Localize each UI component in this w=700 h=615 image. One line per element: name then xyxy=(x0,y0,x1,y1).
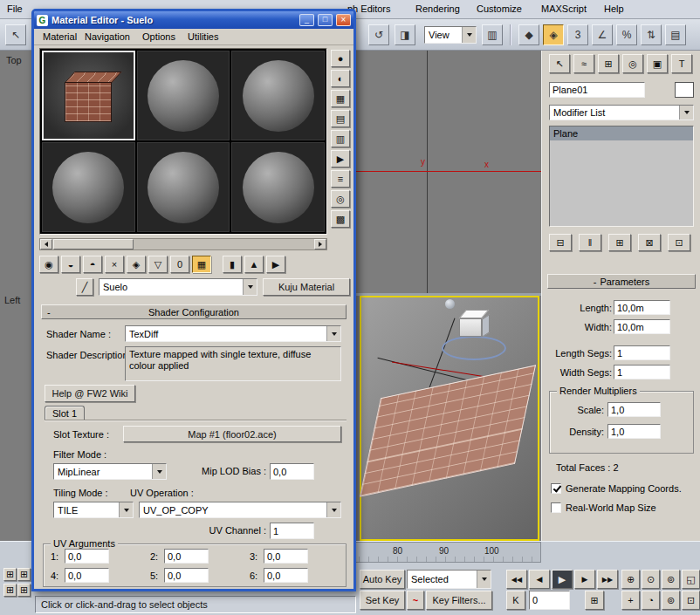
uv-arg-value[interactable]: 0,0 xyxy=(264,568,308,583)
object-color-swatch[interactable] xyxy=(675,82,694,98)
scroll-right-icon[interactable] xyxy=(314,239,326,249)
assign-material-icon[interactable]: ◓ xyxy=(83,256,102,273)
close-icon[interactable]: × xyxy=(336,14,351,26)
next-frame-icon[interactable]: ▶ xyxy=(574,570,595,589)
select-by-material-icon[interactable]: ◎ xyxy=(331,190,350,208)
uv-arg-spinner[interactable]: 0,0 xyxy=(65,568,120,583)
zoom-extents-all-icon[interactable]: ⊚ xyxy=(662,591,680,610)
menu-options[interactable]: Options xyxy=(142,31,175,42)
chevron-down-icon[interactable] xyxy=(326,502,340,517)
select-object-icon[interactable]: ↖ xyxy=(5,24,26,45)
tab-create[interactable]: ↖ xyxy=(549,54,570,73)
dock-left-icon[interactable]: ⊞ xyxy=(3,568,17,581)
viewport-label-top[interactable]: Top xyxy=(6,55,22,65)
real-world-checkbox[interactable] xyxy=(551,502,561,513)
menu-navigation[interactable]: Navigation xyxy=(85,31,130,42)
tab-modify[interactable]: ≈ xyxy=(573,54,594,73)
chevron-down-icon[interactable] xyxy=(462,27,476,43)
go-to-parent-icon[interactable]: ▲ xyxy=(244,256,264,273)
modifier-stack[interactable]: Plane xyxy=(549,126,694,227)
uv-arg-value[interactable]: 0,0 xyxy=(65,568,109,583)
reference-coordinate-dropdown[interactable]: View xyxy=(424,26,477,44)
backlight-icon[interactable]: ◐ xyxy=(331,70,350,87)
menu-utilities[interactable]: Utilities xyxy=(188,31,218,42)
go-to-start-icon[interactable]: ◀◀ xyxy=(506,570,527,589)
material-effects-icon[interactable]: 0 xyxy=(170,256,189,273)
spinner-snap-icon[interactable]: ⇅ xyxy=(641,24,662,45)
length-value[interactable]: 10,0m xyxy=(614,300,670,315)
width-spinner[interactable]: 10,0m xyxy=(614,319,682,334)
pick-material-icon[interactable]: ╱ xyxy=(76,278,93,296)
chevron-down-icon[interactable] xyxy=(119,502,133,517)
options-icon[interactable]: ≡ xyxy=(331,170,350,188)
uv-arg-spinner[interactable]: 0,0 xyxy=(264,568,319,583)
tab-hierarchy[interactable]: ⊞ xyxy=(598,54,619,73)
named-selection-icon[interactable]: ▤ xyxy=(665,24,686,45)
parameters-rollout-header[interactable]: - Parameters xyxy=(547,274,696,289)
set-key-button[interactable]: Set Key xyxy=(360,591,405,610)
menu-rendering[interactable]: Rendering xyxy=(415,3,460,14)
sample-slot[interactable] xyxy=(231,51,325,140)
zoom-region-icon[interactable]: ◱ xyxy=(682,570,700,589)
display-icon[interactable]: ▥ xyxy=(482,24,503,45)
length-spinner[interactable]: 10,0m xyxy=(614,300,682,315)
menu-material[interactable]: Material xyxy=(43,31,77,42)
scale-value[interactable]: 1,0 xyxy=(607,402,661,417)
zoom-all-icon[interactable]: ⊙ xyxy=(642,570,660,589)
snaps-toggle-icon[interactable]: ◈ xyxy=(543,24,564,45)
snap-3d-icon[interactable]: 3 xyxy=(567,24,588,45)
minimize-icon[interactable]: _ xyxy=(299,14,314,26)
tiling-mode-dropdown[interactable]: TILE xyxy=(53,502,134,518)
tab-utilities[interactable]: T xyxy=(671,54,692,73)
menu-customize[interactable]: Customize xyxy=(477,3,522,14)
make-unique-icon[interactable]: ⊞ xyxy=(608,234,631,251)
sample-slot[interactable] xyxy=(231,142,325,232)
key-mode-icon[interactable]: K xyxy=(506,591,525,610)
selection-set-dropdown[interactable]: Selected xyxy=(407,570,491,589)
material-navigator-icon[interactable]: ▩ xyxy=(331,210,350,228)
go-forward-icon[interactable]: ▶ xyxy=(266,256,285,273)
angle-snap-icon[interactable]: ∠ xyxy=(592,24,613,45)
mirror-icon[interactable]: ◨ xyxy=(395,24,415,45)
width-segs-value[interactable]: 1 xyxy=(614,365,670,379)
scrollbar-thumb[interactable] xyxy=(53,239,134,249)
auto-key-button[interactable]: Auto Key xyxy=(360,570,405,589)
current-frame-value[interactable]: 0 xyxy=(529,591,570,610)
slot-tab[interactable]: Slot 1 xyxy=(45,406,85,420)
show-end-result-icon[interactable]: ▮ xyxy=(223,256,242,273)
sample-scrollbar[interactable] xyxy=(39,238,327,250)
uv-arg-spinner[interactable]: 0,0 xyxy=(65,549,120,564)
uv-channel-value[interactable]: 1 xyxy=(270,523,314,539)
viewport-label-left[interactable]: Left xyxy=(4,295,20,305)
chevron-down-icon[interactable] xyxy=(679,106,693,120)
sample-tiling-icon[interactable]: ▤ xyxy=(331,110,350,127)
arc-rotate-icon[interactable]: ◔ xyxy=(642,591,660,610)
show-map-in-viewport-icon[interactable]: ▦ xyxy=(192,256,211,273)
zoom-icon[interactable]: ⊕ xyxy=(621,570,640,589)
maximize-icon[interactable]: □ xyxy=(318,14,333,26)
play-icon[interactable]: ▶ xyxy=(552,570,573,589)
put-material-icon[interactable]: ◒ xyxy=(61,256,80,273)
help-wiki-button[interactable]: Help @ FW2 Wiki xyxy=(45,385,135,402)
uv-arg-value[interactable]: 0,0 xyxy=(164,549,209,564)
make-unique-material-icon[interactable]: ◈ xyxy=(127,256,146,273)
density-value[interactable]: 1,0 xyxy=(607,424,661,439)
uv-arg-spinner[interactable]: 0,0 xyxy=(264,549,319,564)
current-frame-spinner[interactable]: 0 xyxy=(529,591,581,610)
shader-name-dropdown[interactable]: TexDiff xyxy=(125,325,341,342)
menu-file[interactable]: File xyxy=(7,3,23,14)
sample-type-icon[interactable]: ● xyxy=(331,50,350,67)
uv-arg-spinner[interactable]: 0,0 xyxy=(164,568,220,583)
tab-motion[interactable]: ◎ xyxy=(622,54,643,73)
uv-arg-value[interactable]: 0,0 xyxy=(264,549,308,564)
pan-icon[interactable]: + xyxy=(621,591,640,610)
material-name-dropdown[interactable]: Suelo xyxy=(99,278,257,296)
sample-slot-active[interactable] xyxy=(42,51,135,140)
length-segs-spinner[interactable]: 1 xyxy=(614,345,682,360)
modifier-stack-row[interactable]: Plane xyxy=(550,126,693,140)
previous-frame-icon[interactable]: ◀ xyxy=(529,570,550,589)
chevron-down-icon[interactable] xyxy=(326,326,340,341)
object-name-field[interactable]: Plane01 xyxy=(549,82,645,98)
sample-slot[interactable] xyxy=(42,142,135,232)
remove-modifier-icon[interactable]: ⊠ xyxy=(638,234,661,251)
